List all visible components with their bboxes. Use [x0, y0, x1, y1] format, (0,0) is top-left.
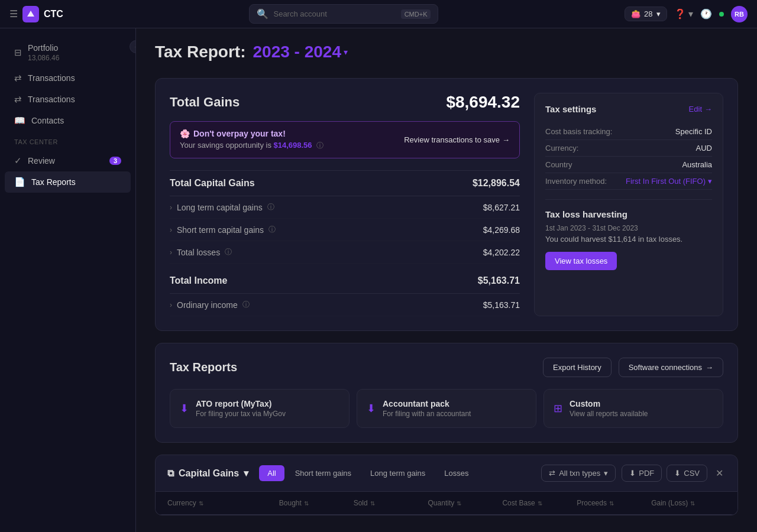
- tax-reports-card: Tax Reports Export History Software conn…: [155, 343, 738, 443]
- expand-ordinary-income-icon[interactable]: ›: [170, 301, 172, 309]
- th-gain-loss[interactable]: Gain (Loss) ⇅: [651, 499, 726, 507]
- wallet-icon: 👛: [631, 9, 640, 18]
- th-sold[interactable]: Sold ⇅: [354, 499, 428, 507]
- tax-reports-title: Tax Reports: [170, 361, 237, 374]
- reports-header: Tax Reports Export History Software conn…: [170, 358, 723, 377]
- inventory-chevron-icon: ▾: [708, 177, 712, 186]
- proceeds-sort-icon: ⇅: [609, 500, 614, 507]
- sidebar-item-contacts[interactable]: 📖 Contacts: [5, 110, 131, 131]
- report-types-list: ⬇ ATO report (MyTax) For filing your tax…: [170, 389, 723, 428]
- filter-tab-all[interactable]: All: [259, 465, 284, 481]
- filter-tabs: All Short term gains Long term gains Los…: [259, 465, 477, 481]
- short-term-info-icon[interactable]: ⓘ: [268, 225, 276, 235]
- custom-report-card[interactable]: ⊞ Custom View all reports available: [544, 389, 723, 428]
- sidebar-transactions-2-label: Transactions: [28, 95, 121, 104]
- inventory-label: Inventory method:: [545, 177, 607, 186]
- filter-tab-long[interactable]: Long term gains: [362, 465, 434, 481]
- search-keyboard-shortcut: CMD+K: [401, 9, 431, 19]
- cost-basis-label: Cost basis tracking:: [545, 127, 612, 136]
- losses-info-icon[interactable]: ⓘ: [225, 247, 232, 257]
- software-connections-arrow-icon: →: [706, 363, 713, 372]
- ato-report-name: ATO report (MyTax): [196, 399, 286, 408]
- capital-gains-section-row: Total Capital Gains $12,896.54: [170, 171, 520, 196]
- filter-tab-losses[interactable]: Losses: [436, 465, 477, 481]
- total-gains-title: Total Gains: [170, 95, 240, 110]
- sidebar: ‹ ⊟ Portfolio 13,086.46 ⇄ Transactions ⇄…: [0, 28, 136, 532]
- cost-basis-row: Cost basis tracking: Specific ID: [545, 124, 712, 140]
- total-losses-amount: $4,202.22: [483, 248, 520, 257]
- capital-gains-filter-card: ⧉ Capital Gains ▾ All Short term gains L…: [155, 455, 738, 492]
- pdf-export-button[interactable]: ⬇ PDF: [622, 465, 662, 482]
- software-connections-button[interactable]: Software connections →: [619, 358, 723, 377]
- tax-loss-dates: 1st Jan 2023 - 31st Dec 2023: [545, 224, 712, 232]
- tax-settings-panel: Tax settings Edit → Cost basis tracking:…: [534, 93, 723, 316]
- ordinary-income-label: Ordinary income: [177, 300, 238, 310]
- portfolio-icon: ⊟: [14, 47, 22, 58]
- sidebar-item-portfolio[interactable]: ⊟ Portfolio 13,086.46: [5, 38, 131, 67]
- review-transactions-link[interactable]: Review transactions to save →: [404, 135, 510, 144]
- tax-loss-harvesting-section: Tax loss harvesting 1st Jan 2023 - 31st …: [545, 199, 712, 270]
- sidebar-item-tax-reports[interactable]: 📄 Tax Reports: [5, 171, 131, 193]
- txn-type-filter-button[interactable]: ⇄ All txn types ▾: [541, 465, 616, 482]
- bought-sort-icon: ⇅: [304, 500, 309, 507]
- export-history-button[interactable]: Export History: [543, 358, 612, 377]
- th-proceeds[interactable]: Proceeds ⇅: [577, 499, 651, 507]
- total-losses-row: › Total losses ⓘ $4,202.22: [170, 241, 520, 264]
- sidebar-item-transactions-2[interactable]: ⇄ Transactions: [5, 89, 131, 110]
- page-title-year: 2023 - 2024: [253, 43, 341, 61]
- search-bar[interactable]: 🔍 Search account CMD+K: [249, 4, 438, 24]
- sidebar-item-review[interactable]: ✓ Review 3: [5, 150, 131, 171]
- accountant-pack-desc: For filing with an accountant: [383, 410, 471, 418]
- clock-icon[interactable]: 🕐: [700, 8, 712, 20]
- th-bought[interactable]: Bought ⇅: [279, 499, 354, 507]
- capital-gains-filter-title[interactable]: ⧉ Capital Gains ▾: [167, 468, 248, 479]
- close-capital-gains-button[interactable]: ✕: [713, 465, 726, 481]
- year-dropdown[interactable]: 2023 - 2024 ▾: [253, 43, 348, 61]
- csv-export-button[interactable]: ⬇ CSV: [667, 465, 707, 482]
- gains-card: Total Gains $8,694.32 🌸 Don't overpay yo…: [155, 78, 738, 331]
- th-cost-base[interactable]: Cost Base ⇅: [502, 499, 577, 507]
- txn-type-chevron-icon: ▾: [604, 469, 608, 478]
- search-placeholder: Search account: [273, 9, 396, 18]
- tax-center-label: Tax Center: [5, 134, 131, 148]
- cost-basis-value: Specific ID: [675, 127, 712, 136]
- total-gains-amount: $8,694.32: [446, 93, 520, 112]
- view-tax-losses-button[interactable]: View tax losses: [545, 252, 617, 270]
- currency-label: Currency:: [545, 144, 578, 153]
- review-badge: 3: [109, 157, 121, 165]
- hamburger-menu-icon[interactable]: ☰: [9, 8, 18, 20]
- th-quantity[interactable]: Quantity ⇅: [428, 499, 503, 507]
- top-navigation: ☰ CTC 🔍 Search account CMD+K 👛 28 ▾ ❓ ▾ …: [0, 0, 757, 28]
- long-term-gains-amount: $8,627.21: [483, 203, 520, 212]
- accountant-pack-card[interactable]: ⬇ Accountant pack For filing with an acc…: [357, 389, 536, 428]
- ato-download-icon: ⬇: [180, 402, 189, 415]
- th-currency[interactable]: Currency ⇅: [167, 499, 279, 507]
- savings-amount: $14,698.56: [274, 141, 312, 150]
- brand-logo: [22, 6, 39, 22]
- sidebar-portfolio-value: 13,086.46: [28, 54, 59, 62]
- filter-tab-short[interactable]: Short term gains: [287, 465, 360, 481]
- expand-short-term-icon[interactable]: ›: [170, 226, 172, 234]
- total-income-amount: $5,163.71: [478, 275, 520, 286]
- csv-download-icon: ⬇: [674, 469, 681, 478]
- wallet-badge[interactable]: 👛 28 ▾: [625, 7, 667, 21]
- savings-banner-title: 🌸 Don't overpay your tax!: [180, 129, 394, 138]
- avatar[interactable]: RB: [731, 6, 748, 22]
- country-value: Australia: [682, 160, 712, 169]
- sidebar-review-label: Review: [28, 156, 103, 166]
- edit-tax-settings-link[interactable]: Edit →: [689, 105, 712, 113]
- total-income-section-row: Total Income $5,163.71: [170, 268, 520, 294]
- currency-row: Currency: AUD: [545, 140, 712, 157]
- review-icon: ✓: [14, 155, 22, 166]
- inventory-method-row: Inventory method: First In First Out (FI…: [545, 173, 712, 190]
- long-term-gains-row: › Long term capital gains ⓘ $8,627.21: [170, 196, 520, 219]
- expand-long-term-icon[interactable]: ›: [170, 203, 172, 212]
- long-term-info-icon[interactable]: ⓘ: [267, 202, 274, 212]
- help-button[interactable]: ❓ ▾: [674, 8, 693, 20]
- ato-report-card[interactable]: ⬇ ATO report (MyTax) For filing your tax…: [170, 389, 350, 428]
- sidebar-item-transactions-1[interactable]: ⇄ Transactions: [5, 67, 131, 89]
- custom-report-name: Custom: [570, 399, 648, 408]
- expand-losses-icon[interactable]: ›: [170, 248, 172, 257]
- inventory-value[interactable]: First In First Out (FIFO) ▾: [626, 177, 712, 186]
- ordinary-income-info-icon[interactable]: ⓘ: [242, 300, 250, 310]
